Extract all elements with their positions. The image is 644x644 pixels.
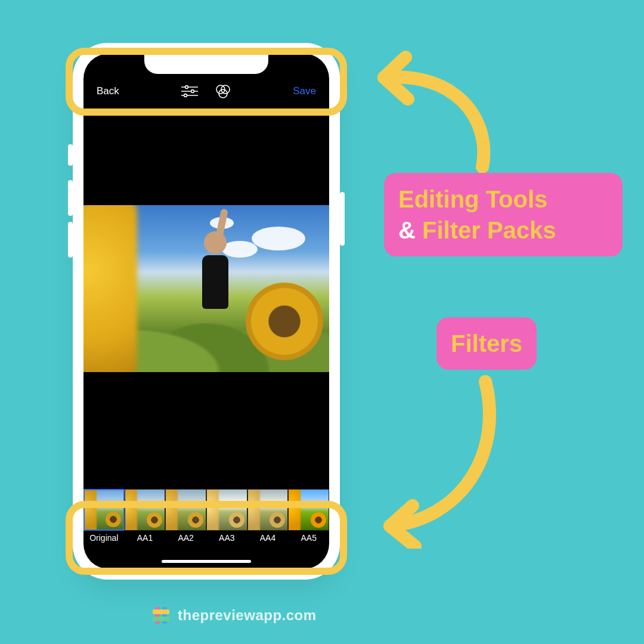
editor-navbar: Back Save — [83, 79, 329, 104]
filter-label: AA4 — [260, 533, 275, 543]
filter-label: AA5 — [301, 533, 316, 543]
callout-filters: Filters — [436, 317, 537, 370]
footer: thepreviewapp.com — [153, 607, 317, 624]
svg-point-1 — [185, 86, 188, 89]
filter-thumb-aa5[interactable]: AA5 — [288, 489, 329, 545]
side-button — [68, 222, 73, 258]
filter-strip: Original AA1 AA2 AA3 AA4 AA5 — [83, 489, 329, 545]
phone-screen: Back Save — [83, 54, 329, 569]
svg-point-5 — [184, 94, 187, 97]
filter-thumb-aa1[interactable]: AA1 — [125, 489, 166, 545]
footer-link[interactable]: thepreviewapp.com — [178, 607, 317, 624]
filter-thumb-original[interactable]: Original — [83, 489, 125, 545]
filter-thumb-aa3[interactable]: AA3 — [206, 489, 247, 545]
photo-preview[interactable] — [83, 205, 329, 372]
home-indicator — [162, 560, 251, 563]
side-button — [340, 192, 345, 246]
filter-packs-icon[interactable] — [215, 83, 231, 99]
filter-thumb-aa2[interactable]: AA2 — [165, 489, 206, 545]
arrow-to-filters — [348, 370, 515, 549]
callout-editing-tools: Editing Tools & Filter Packs — [384, 173, 623, 256]
arrow-to-toolbar — [348, 48, 503, 179]
side-button — [68, 144, 73, 166]
phone-mockup: Back Save — [73, 43, 340, 580]
filter-thumb-aa4[interactable]: AA4 — [247, 489, 289, 545]
filter-label: AA2 — [178, 533, 193, 543]
back-button[interactable]: Back — [97, 85, 119, 97]
filter-label: Original — [89, 533, 118, 543]
filter-label: AA3 — [219, 533, 234, 543]
save-button[interactable]: Save — [293, 85, 316, 97]
side-button — [68, 180, 73, 216]
filter-label: AA1 — [137, 533, 153, 543]
svg-point-3 — [191, 90, 194, 93]
editing-tools-icon[interactable] — [181, 85, 198, 98]
logo-icon — [153, 607, 169, 624]
notch — [144, 54, 268, 74]
